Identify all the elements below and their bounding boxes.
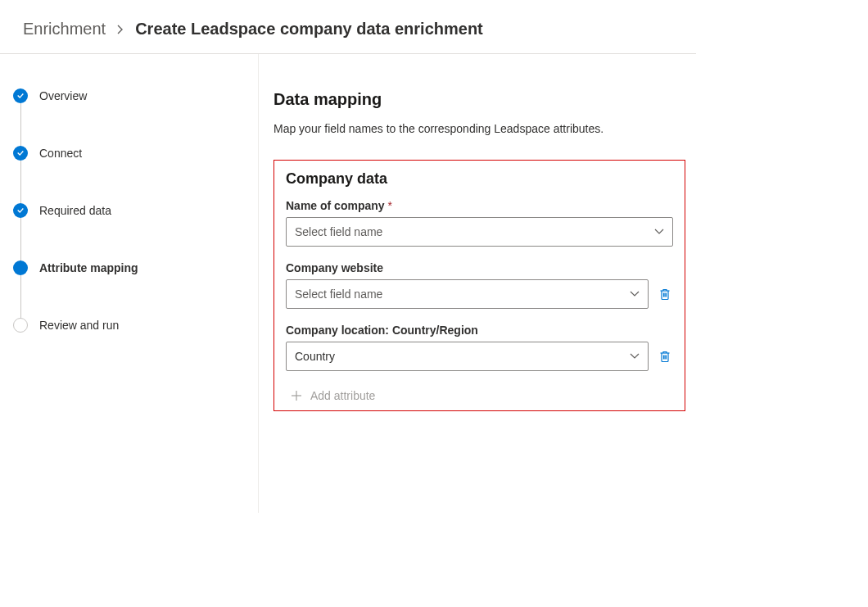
delete-website-field-button[interactable] <box>657 286 673 302</box>
select-placeholder: Select field name <box>295 225 654 238</box>
select-value: Country <box>295 350 630 363</box>
company-website-select[interactable]: Select field name <box>286 279 649 309</box>
add-attribute-label: Add attribute <box>310 389 375 402</box>
current-step-icon <box>13 260 28 275</box>
step-review-run[interactable]: Review and run <box>13 318 242 333</box>
select-placeholder: Select field name <box>295 288 630 301</box>
field-company-location: Company location: Country/Region Country <box>283 324 676 371</box>
step-connector <box>20 161 21 205</box>
chevron-right-icon <box>115 25 125 34</box>
breadcrumb-current: Create Leadspace company data enrichment <box>135 20 483 39</box>
step-label: Attribute mapping <box>39 261 138 274</box>
field-company-name: Name of company* Select field name <box>283 199 676 247</box>
step-connect[interactable]: Connect <box>13 146 242 161</box>
breadcrumb-parent[interactable]: Enrichment <box>23 20 106 39</box>
breadcrumb: Enrichment Create Leadspace company data… <box>0 0 868 53</box>
step-label: Review and run <box>39 319 119 332</box>
required-indicator: * <box>388 199 392 212</box>
chevron-down-icon <box>630 351 640 361</box>
company-name-select[interactable]: Select field name <box>286 217 673 247</box>
step-label: Overview <box>39 89 87 102</box>
delete-location-field-button[interactable] <box>657 348 673 365</box>
company-data-panel: Company data Name of company* Select fie… <box>274 160 685 411</box>
check-icon <box>13 88 28 103</box>
step-connector <box>20 103 21 147</box>
wizard-stepper: Overview Connect Required data Attribute <box>0 54 259 513</box>
upcoming-step-icon <box>13 318 28 333</box>
page-title: Data mapping <box>274 90 868 109</box>
page-subtitle: Map your field names to the correspondin… <box>274 122 868 135</box>
chevron-down-icon <box>630 289 640 299</box>
field-label: Name of company* <box>286 199 673 212</box>
trash-icon <box>658 350 671 363</box>
field-label: Company website <box>286 261 673 274</box>
check-icon <box>13 203 28 218</box>
step-label: Required data <box>39 204 111 217</box>
step-required-data[interactable]: Required data <box>13 203 242 218</box>
step-connector <box>20 275 21 319</box>
step-label: Connect <box>39 147 82 160</box>
step-connector <box>20 218 21 262</box>
trash-icon <box>658 288 671 301</box>
company-location-select[interactable]: Country <box>286 342 649 371</box>
check-icon <box>13 146 28 161</box>
chevron-down-icon <box>654 227 664 237</box>
main-content: Data mapping Map your field names to the… <box>259 54 868 513</box>
field-label: Company location: Country/Region <box>286 324 673 337</box>
add-attribute-button[interactable]: Add attribute <box>283 386 676 402</box>
field-company-website: Company website Select field name <box>283 261 676 309</box>
panel-heading: Company data <box>286 170 676 188</box>
step-overview[interactable]: Overview <box>13 88 242 103</box>
plus-icon <box>291 390 302 401</box>
step-attribute-mapping[interactable]: Attribute mapping <box>13 260 242 275</box>
